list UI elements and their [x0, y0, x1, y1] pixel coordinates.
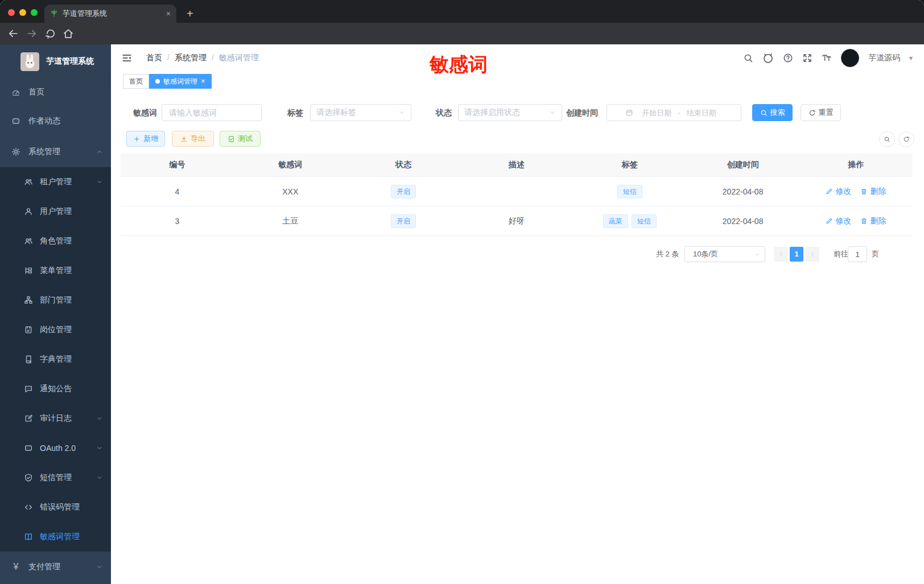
plus-icon [133, 135, 141, 143]
tag-select[interactable]: 请选择标签 [310, 104, 411, 121]
page-size-select[interactable]: 10条/页 [684, 246, 765, 262]
sidebar-item-home[interactable]: 首页 [0, 78, 111, 106]
sidebar-item-label: 支付管理 [28, 562, 60, 572]
reset-button[interactable]: 重置 [801, 104, 841, 121]
sidebar-item-label: 岗位管理 [40, 325, 72, 335]
main-area: 敏感词 首页/系统管理/敏感词管理 芋道源码 ▾ [111, 44, 924, 584]
sidebar-item-label: 审计日志 [40, 413, 72, 424]
sidebar-item-department[interactable]: 部门管理 [0, 285, 111, 315]
help-icon[interactable] [783, 53, 793, 63]
goto-page-input[interactable] [848, 246, 867, 262]
chevron-down-icon [398, 109, 405, 116]
username[interactable]: 芋道源码 [868, 53, 900, 63]
sidebar-item-role[interactable]: 角色管理 [0, 226, 111, 256]
goto-label: 前往 [834, 246, 848, 262]
edit-link[interactable]: 修改 [826, 216, 851, 226]
chevron-left-icon [778, 251, 784, 257]
breadcrumb-system[interactable]: 系统管理 [175, 53, 207, 62]
reset-button-label: 重置 [819, 107, 834, 118]
edit-link[interactable]: 修改 [826, 187, 851, 197]
refresh-table-button[interactable] [898, 131, 914, 147]
book-icon [24, 355, 33, 364]
tree-menu-icon [24, 266, 33, 275]
sidebar-item-label: 敏感词管理 [40, 532, 80, 542]
prev-page-button[interactable] [774, 247, 788, 262]
export-button[interactable]: 导出 [172, 131, 214, 147]
pencil-icon [826, 217, 833, 225]
date-end-input[interactable] [680, 108, 723, 118]
sidebar-item-notice[interactable]: 通知公告 [0, 374, 111, 404]
yen-icon: ¥ [11, 562, 20, 572]
keyword-input[interactable] [162, 104, 262, 121]
sidebar-item-sensitive-word[interactable]: 敏感词管理 [0, 522, 111, 552]
minimize-window-button[interactable] [19, 9, 26, 16]
tag-view-sensitive-word[interactable]: 敏感词管理 × [149, 74, 212, 89]
chevron-down-icon [96, 445, 103, 452]
sidebar-item-label: 用户管理 [40, 206, 72, 217]
delete-link[interactable]: 删除 [860, 216, 886, 226]
sidebar-item-tenant[interactable]: 租户管理 [0, 167, 111, 197]
tag-badge: 短信 [632, 214, 657, 228]
toggle-search-button[interactable] [879, 131, 895, 147]
delete-link[interactable]: 删除 [860, 187, 886, 197]
sidebar-item-label: 部门管理 [40, 295, 72, 305]
cell-tags: 蔬菜 短信 [573, 214, 686, 228]
sidebar-item-audit-log[interactable]: 审计日志 [0, 404, 111, 433]
sidebar-item-label: 作者动态 [28, 116, 60, 126]
sidebar-item-menu[interactable]: 菜单管理 [0, 256, 111, 285]
tag-view-label: 敏感词管理 [163, 74, 197, 88]
fullscreen-icon[interactable] [802, 53, 812, 63]
app-logo[interactable]: 芋道管理系统 [0, 44, 111, 78]
sidebar-item-label: 系统管理 [28, 147, 60, 157]
tag-view-home[interactable]: 首页 [123, 74, 149, 89]
sidebar-item-sms[interactable]: 短信管理 [0, 463, 111, 492]
zoom-window-button[interactable] [31, 9, 38, 16]
table-row: 4 XXX 开启 短信 2022-04-08 修改 删除 [121, 177, 913, 206]
date-start-input[interactable] [636, 108, 678, 118]
next-page-button[interactable] [805, 247, 819, 262]
cell-word: 土豆 [234, 216, 347, 226]
sidebar-item-payment[interactable]: ¥ 支付管理 [0, 552, 111, 582]
reload-icon[interactable] [45, 28, 56, 39]
font-size-icon[interactable] [822, 53, 832, 63]
sidebar-item-dict[interactable]: 字典管理 [0, 345, 111, 374]
add-button[interactable]: 新增 [126, 131, 165, 147]
page-size-value: 10条/页 [693, 249, 754, 259]
col-status: 状态 [347, 160, 460, 170]
status-select[interactable]: 请选择启用状态 [458, 104, 562, 121]
sidebar-item-label: 首页 [28, 87, 44, 97]
breadcrumb-home[interactable]: 首页 [146, 53, 162, 62]
sidebar-item-user[interactable]: 用户管理 [0, 197, 111, 226]
user-menu-caret-icon[interactable]: ▾ [909, 54, 913, 62]
status-badge: 开启 [391, 214, 416, 228]
home-icon[interactable] [63, 28, 74, 39]
sidebar-item-label: 字典管理 [40, 354, 72, 365]
forward-icon[interactable] [26, 28, 38, 39]
col-id: 编号 [121, 160, 234, 170]
sidebar-item-error-code[interactable]: 错误码管理 [0, 492, 111, 522]
tab-close-icon[interactable]: × [166, 9, 171, 18]
github-icon[interactable] [762, 52, 774, 64]
sidebar-item-system-management[interactable]: 系统管理 [0, 136, 111, 167]
back-icon[interactable] [7, 28, 19, 39]
status-badge: 开启 [391, 185, 416, 198]
edit-log-icon [24, 414, 33, 423]
search-button[interactable]: 搜索 [752, 104, 793, 121]
tag-close-icon[interactable]: × [201, 74, 205, 88]
browser-tab[interactable]: 芋道管理系统 × [44, 5, 176, 23]
page-number-1[interactable]: 1 [790, 247, 803, 262]
sidebar-item-oauth[interactable]: OAuth 2.0 [0, 433, 111, 463]
user-avatar[interactable] [841, 49, 859, 67]
keyword-input-field[interactable] [168, 107, 255, 118]
code-icon [24, 503, 33, 512]
sidebar-item-post[interactable]: 岗位管理 [0, 315, 111, 345]
test-button[interactable]: 测试 [220, 131, 261, 147]
date-range-picker[interactable]: - [607, 104, 741, 121]
page-content: 敏感词 标签 请选择标签 状态 请选择启用状态 创建时间 [111, 92, 924, 584]
search-icon[interactable] [743, 53, 753, 63]
sidebar-item-author-news[interactable]: 作者动态 [0, 106, 111, 136]
sidebar-toggle-hamburger-icon[interactable] [121, 52, 133, 64]
new-tab-button[interactable]: + [187, 6, 193, 22]
chevron-up-icon [96, 148, 103, 155]
close-window-button[interactable] [8, 9, 15, 16]
